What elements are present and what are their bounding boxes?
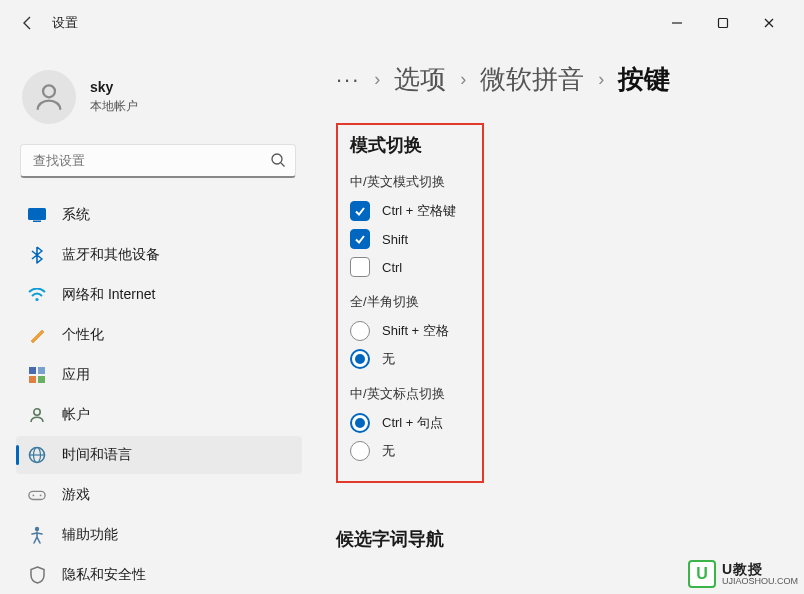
watermark-url: UJIAOSHOU.COM — [722, 577, 798, 586]
radio-none-width[interactable] — [350, 349, 370, 369]
sidebar-item-label: 蓝牙和其他设备 — [62, 246, 160, 264]
watermark: U U教授 UJIAOSHOU.COM — [688, 560, 798, 588]
close-button[interactable] — [746, 7, 792, 39]
minimize-icon — [671, 17, 683, 29]
check-icon — [354, 205, 366, 217]
sidebar-item-label: 隐私和安全性 — [62, 566, 146, 584]
breadcrumb-options[interactable]: 选项 — [394, 62, 446, 97]
checkbox-ctrl[interactable] — [350, 257, 370, 277]
next-section-title: 候选字词导航 — [336, 527, 784, 551]
option-row: 无 — [350, 441, 468, 461]
group-heading-mode: 中/英文模式切换 — [350, 173, 468, 191]
option-label: Ctrl — [382, 260, 402, 275]
group-heading-width: 全/半角切换 — [350, 293, 468, 311]
option-label: 无 — [382, 442, 395, 460]
svg-point-18 — [40, 495, 42, 497]
radio-shift-space[interactable] — [350, 321, 370, 341]
svg-rect-6 — [33, 221, 41, 223]
breadcrumb-keys: 按键 — [618, 62, 670, 97]
group-heading-punct: 中/英文标点切换 — [350, 385, 468, 403]
sidebar-item-label: 帐户 — [62, 406, 90, 424]
account-icon — [28, 406, 46, 424]
option-row: Ctrl + 空格键 — [350, 201, 468, 221]
section-title: 模式切换 — [350, 133, 468, 157]
sidebar-item-bluetooth[interactable]: 蓝牙和其他设备 — [16, 236, 302, 274]
breadcrumb-pinyin[interactable]: 微软拼音 — [480, 62, 584, 97]
svg-point-19 — [35, 527, 39, 531]
avatar — [22, 70, 76, 124]
window-title: 设置 — [52, 14, 78, 32]
main-content: ··· › 选项 › 微软拼音 › 按键 模式切换 中/英文模式切换 Ctrl … — [308, 46, 804, 594]
user-name: sky — [90, 79, 138, 95]
sidebar-item-privacy[interactable]: 隐私和安全性 — [16, 556, 302, 594]
search-input[interactable] — [20, 144, 296, 178]
checkbox-ctrl-space[interactable] — [350, 201, 370, 221]
svg-point-3 — [272, 154, 282, 164]
sidebar-item-time-language[interactable]: 时间和语言 — [16, 436, 302, 474]
svg-point-12 — [34, 409, 40, 415]
minimize-button[interactable] — [654, 7, 700, 39]
back-button[interactable] — [12, 7, 44, 39]
sidebar-item-label: 个性化 — [62, 326, 104, 344]
svg-rect-5 — [28, 208, 46, 220]
svg-rect-10 — [29, 376, 36, 383]
sidebar-item-label: 时间和语言 — [62, 446, 132, 464]
user-subtitle: 本地帐户 — [90, 98, 138, 115]
search-icon[interactable] — [270, 152, 286, 171]
radio-none-punct[interactable] — [350, 441, 370, 461]
search-row — [20, 144, 296, 178]
shield-icon — [28, 566, 46, 584]
sidebar-item-personalization[interactable]: 个性化 — [16, 316, 302, 354]
sidebar-item-apps[interactable]: 应用 — [16, 356, 302, 394]
watermark-badge-icon: U — [688, 560, 716, 588]
arrow-left-icon — [20, 15, 36, 31]
option-label: Shift — [382, 232, 408, 247]
sidebar: sky 本地帐户 系统 蓝牙和其他设备 — [0, 46, 308, 594]
gaming-icon — [28, 486, 46, 504]
chevron-right-icon: › — [598, 69, 604, 90]
radio-ctrl-period[interactable] — [350, 413, 370, 433]
close-icon — [763, 17, 775, 29]
sidebar-item-gaming[interactable]: 游戏 — [16, 476, 302, 514]
checkbox-shift[interactable] — [350, 229, 370, 249]
svg-line-4 — [281, 163, 285, 167]
sidebar-item-system[interactable]: 系统 — [16, 196, 302, 234]
sidebar-item-accounts[interactable]: 帐户 — [16, 396, 302, 434]
sidebar-item-label: 系统 — [62, 206, 90, 224]
option-row: 无 — [350, 349, 468, 369]
check-icon — [354, 233, 366, 245]
svg-rect-8 — [29, 367, 36, 374]
option-label: Shift + 空格 — [382, 322, 449, 340]
wifi-icon — [28, 286, 46, 304]
highlighted-section: 模式切换 中/英文模式切换 Ctrl + 空格键 Shift Ctrl — [336, 123, 484, 483]
breadcrumb: ··· › 选项 › 微软拼音 › 按键 — [336, 62, 784, 97]
chevron-right-icon: › — [460, 69, 466, 90]
person-icon — [32, 80, 66, 114]
maximize-button[interactable] — [700, 7, 746, 39]
svg-point-7 — [35, 298, 38, 301]
apps-icon — [28, 366, 46, 384]
option-row: Shift — [350, 229, 468, 249]
sidebar-item-label: 辅助功能 — [62, 526, 118, 544]
breadcrumb-overflow[interactable]: ··· — [336, 67, 360, 93]
svg-point-2 — [43, 85, 55, 97]
svg-point-17 — [33, 495, 35, 497]
svg-rect-11 — [38, 376, 45, 383]
svg-rect-16 — [29, 491, 45, 499]
system-icon — [28, 206, 46, 224]
maximize-icon — [717, 17, 729, 29]
user-row[interactable]: sky 本地帐户 — [16, 56, 302, 144]
chevron-right-icon: › — [374, 69, 380, 90]
bluetooth-icon — [28, 246, 46, 264]
option-label: Ctrl + 空格键 — [382, 202, 456, 220]
body: sky 本地帐户 系统 蓝牙和其他设备 — [0, 46, 804, 594]
option-label: Ctrl + 句点 — [382, 414, 443, 432]
sidebar-item-label: 网络和 Internet — [62, 286, 155, 304]
svg-rect-9 — [38, 367, 45, 374]
option-row: Shift + 空格 — [350, 321, 468, 341]
sidebar-item-accessibility[interactable]: 辅助功能 — [16, 516, 302, 554]
sidebar-item-network[interactable]: 网络和 Internet — [16, 276, 302, 314]
time-language-icon — [28, 446, 46, 464]
watermark-text: U教授 — [722, 562, 798, 577]
accessibility-icon — [28, 526, 46, 544]
